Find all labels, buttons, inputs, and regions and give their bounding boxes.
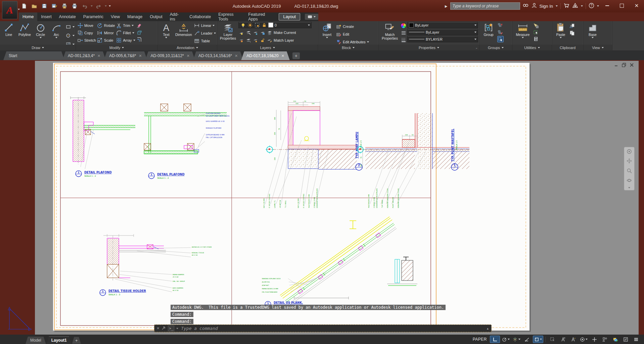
- lineweight-dropdown[interactable]: BYLAYER: [407, 36, 478, 42]
- paper-space-button[interactable]: PAPER: [471, 336, 489, 343]
- layer-properties-button[interactable]: Layer Properties: [219, 22, 237, 45]
- ribbon-display-toggle[interactable]: [305, 14, 318, 20]
- layer-vp-freeze-icon[interactable]: [254, 22, 260, 28]
- new-drawing-tab-button[interactable]: +: [292, 52, 300, 59]
- erase-button[interactable]: [136, 23, 142, 28]
- ellipse-tool-button[interactable]: [65, 32, 75, 39]
- navbar-more-caret[interactable]: [628, 187, 630, 188]
- edit-attributes-button[interactable]: Edit Attributes: [336, 38, 369, 45]
- drawing-canvas[interactable]: PLAFOND BOARD W/ LIGHT GREY SEMI GLOSS K…: [53, 63, 530, 331]
- command-customize-icon[interactable]: [162, 326, 166, 332]
- model-tab[interactable]: Model: [26, 337, 46, 344]
- make-current-label[interactable]: Make Current: [274, 31, 296, 35]
- save-as-icon[interactable]: [50, 2, 58, 10]
- tab-insert[interactable]: Insert: [37, 12, 55, 21]
- panel-expand-icon[interactable]: ⌄: [475, 46, 478, 49]
- polar-tracking-icon[interactable]: [501, 336, 511, 343]
- layer-off-icon[interactable]: [238, 37, 244, 43]
- store-cart-icon[interactable]: [563, 3, 569, 9]
- panel-label-draw[interactable]: Draw: [0, 45, 76, 50]
- grid-display-icon[interactable]: [490, 336, 500, 343]
- pan-icon[interactable]: [627, 158, 632, 165]
- annotation-monitor-icon[interactable]: [600, 336, 609, 343]
- file-tab-2[interactable]: AD-005,6,7&8*✕: [104, 51, 147, 60]
- close-button[interactable]: ✕: [629, 0, 644, 11]
- close-icon[interactable]: ✕: [97, 54, 100, 58]
- quick-calculator-icon[interactable]: [533, 36, 539, 42]
- object-color-dropdown[interactable]: ByLayer: [407, 22, 478, 28]
- panel-label-utilities[interactable]: Utilities: [512, 45, 552, 50]
- layer-unisolate-icon[interactable]: [245, 30, 251, 35]
- panel-label-modify[interactable]: Modify: [76, 45, 157, 50]
- linear-dimension-button[interactable]: Linear: [194, 22, 216, 29]
- panel-label-block[interactable]: Block: [318, 45, 378, 50]
- group-edit-icon[interactable]: [497, 29, 503, 35]
- layer-merge-icon[interactable]: [252, 37, 258, 43]
- undo-icon[interactable]: [81, 2, 89, 10]
- layer-unlock-icon[interactable]: [260, 37, 265, 43]
- print-icon[interactable]: [71, 2, 79, 10]
- selection-cycling-icon[interactable]: [548, 336, 557, 343]
- linetype-dropdown[interactable]: ByLayer: [407, 29, 478, 35]
- clean-screen-icon[interactable]: [621, 336, 630, 343]
- layout1-tab[interactable]: Layout1: [47, 336, 72, 344]
- tab-add-ins[interactable]: Add-ins: [166, 12, 186, 21]
- layer-freeze-icon[interactable]: [252, 30, 258, 35]
- offset-button[interactable]: [136, 37, 142, 42]
- make-current-icon[interactable]: [267, 30, 272, 35]
- open-icon[interactable]: [30, 2, 38, 10]
- mirror-button[interactable]: Mirror: [97, 29, 115, 36]
- workspace-switching-icon[interactable]: [590, 336, 599, 343]
- edit-block-button[interactable]: Edit: [336, 31, 369, 38]
- collapse-search-icon[interactable]: ▶: [445, 4, 448, 8]
- layer-lock2-icon[interactable]: [260, 30, 265, 35]
- zoom-icon[interactable]: [627, 168, 632, 174]
- new-layout-button[interactable]: +: [72, 337, 81, 344]
- doc-close-icon[interactable]: [630, 63, 634, 67]
- file-tab-5-active[interactable]: AD-017,18,19&20✕: [241, 51, 290, 60]
- doc-restore-icon[interactable]: [622, 63, 626, 67]
- command-close-icon[interactable]: ✕: [156, 326, 159, 331]
- tab-express-tools[interactable]: Express Tools: [215, 12, 244, 21]
- copy-clip-icon[interactable]: [569, 30, 575, 36]
- recent-commands-caret[interactable]: [176, 328, 178, 329]
- match-properties-button[interactable]: Match Properties: [380, 22, 400, 45]
- measure-button[interactable]: Measure: [514, 22, 532, 45]
- minimize-button[interactable]: [600, 0, 614, 11]
- tab-view[interactable]: View: [107, 12, 124, 21]
- array-button[interactable]: Array: [116, 37, 135, 44]
- tab-featured-apps[interactable]: Featured Apps: [244, 12, 275, 21]
- ungroup-icon[interactable]: [497, 23, 503, 28]
- match-layer-icon[interactable]: [267, 37, 272, 43]
- insert-button[interactable]: Insert: [319, 22, 335, 45]
- plot-icon[interactable]: [60, 2, 68, 10]
- group-button[interactable]: Group: [481, 22, 496, 45]
- layer-dropdown-caret[interactable]: [308, 25, 310, 26]
- app-store-caret[interactable]: [581, 5, 583, 7]
- tab-layout[interactable]: Layout: [279, 13, 300, 20]
- layer-lock-icon[interactable]: [261, 22, 267, 28]
- move-button[interactable]: Move: [77, 22, 96, 29]
- cut-icon[interactable]: [569, 23, 575, 29]
- sign-in-button[interactable]: Sign In: [540, 4, 553, 9]
- copy-button[interactable]: Copy: [77, 29, 96, 36]
- line-button[interactable]: Line: [1, 22, 16, 45]
- create-block-button[interactable]: Create: [336, 23, 369, 30]
- layout-paper[interactable]: PLAFOND BOARD W/ LIGHT GREY SEMI GLOSS K…: [53, 63, 530, 331]
- annotation-scale-icon[interactable]: [579, 336, 589, 343]
- redo-caret[interactable]: [105, 5, 107, 7]
- tab-collaborate[interactable]: Collaborate: [186, 12, 215, 21]
- file-tab-3[interactable]: AD-009,10,11&12*✕: [145, 51, 195, 60]
- tab-output[interactable]: Output: [146, 12, 166, 21]
- panel-label-layers[interactable]: Layers: [217, 45, 318, 50]
- rectangle-tool-button[interactable]: [65, 23, 75, 30]
- tab-annotate[interactable]: Annotate: [55, 12, 80, 21]
- redo-icon[interactable]: [95, 2, 103, 10]
- close-icon[interactable]: ✕: [281, 54, 284, 58]
- panel-label-properties[interactable]: Properties⌄: [379, 45, 479, 50]
- help-caret[interactable]: [597, 5, 599, 7]
- close-icon[interactable]: ✕: [187, 54, 190, 58]
- quick-select-icon[interactable]: [533, 23, 539, 28]
- text-button[interactable]: A Text: [159, 22, 173, 45]
- application-menu-button[interactable]: A: [2, 1, 17, 19]
